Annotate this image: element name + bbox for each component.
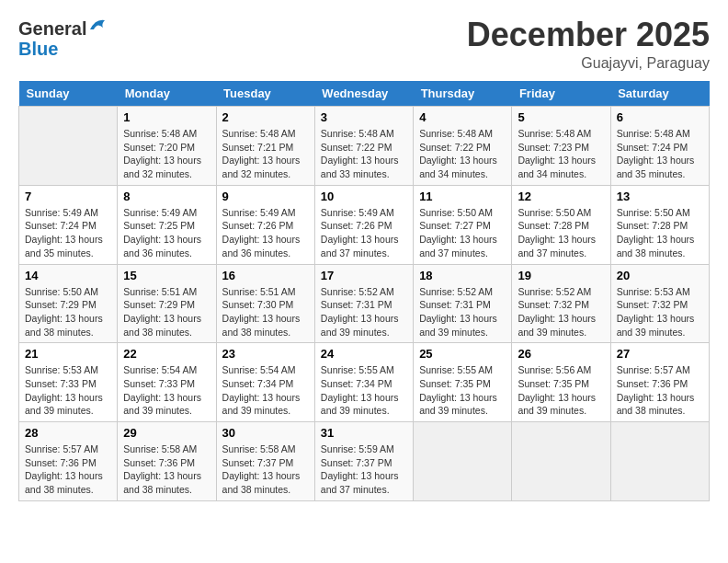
day-info: Sunrise: 5:54 AMSunset: 7:33 PMDaylight:… (123, 363, 210, 418)
day-info: Sunrise: 5:49 AMSunset: 7:26 PMDaylight:… (321, 206, 407, 260)
header-day-friday: Friday (512, 81, 610, 107)
calendar-week-2: 7 Sunrise: 5:49 AMSunset: 7:24 PMDayligh… (19, 185, 710, 264)
day-number: 11 (419, 190, 506, 203)
day-info: Sunrise: 5:48 AMSunset: 7:24 PMDaylight:… (617, 127, 703, 181)
day-info: Sunrise: 5:55 AMSunset: 7:35 PMDaylight:… (419, 363, 506, 418)
header-day-sunday: Sunday (19, 81, 118, 107)
day-number: 31 (321, 426, 407, 440)
day-info: Sunrise: 5:58 AMSunset: 7:36 PMDaylight:… (123, 442, 210, 497)
calendar-cell: 1 Sunrise: 5:48 AMSunset: 7:20 PMDayligh… (118, 107, 216, 186)
day-number: 2 (222, 110, 309, 124)
day-info: Sunrise: 5:49 AMSunset: 7:25 PMDaylight:… (123, 206, 210, 260)
day-info: Sunrise: 5:50 AMSunset: 7:29 PMDaylight:… (25, 285, 111, 339)
calendar-cell (19, 107, 118, 186)
calendar-cell: 20 Sunrise: 5:53 AMSunset: 7:32 PMDaylig… (610, 264, 709, 343)
header-day-thursday: Thursday (414, 81, 512, 107)
day-info: Sunrise: 5:58 AMSunset: 7:37 PMDaylight:… (222, 442, 309, 497)
calendar-cell: 2 Sunrise: 5:48 AMSunset: 7:21 PMDayligh… (216, 107, 314, 186)
header-day-wednesday: Wednesday (314, 81, 413, 107)
calendar-cell: 25 Sunrise: 5:55 AMSunset: 7:35 PMDaylig… (414, 343, 512, 422)
calendar-cell: 26 Sunrise: 5:56 AMSunset: 7:35 PMDaylig… (512, 343, 610, 422)
calendar-cell: 8 Sunrise: 5:49 AMSunset: 7:25 PMDayligh… (118, 185, 216, 264)
calendar-cell: 11 Sunrise: 5:50 AMSunset: 7:27 PMDaylig… (414, 185, 512, 264)
day-info: Sunrise: 5:51 AMSunset: 7:29 PMDaylight:… (123, 285, 210, 339)
day-number: 25 (419, 347, 506, 361)
day-number: 1 (123, 110, 210, 124)
day-info: Sunrise: 5:50 AMSunset: 7:28 PMDaylight:… (518, 206, 604, 260)
day-info: Sunrise: 5:54 AMSunset: 7:34 PMDaylight:… (222, 363, 309, 418)
day-info: Sunrise: 5:48 AMSunset: 7:23 PMDaylight:… (518, 127, 604, 181)
calendar-cell: 7 Sunrise: 5:49 AMSunset: 7:24 PMDayligh… (19, 185, 118, 264)
logo: General Blue (18, 18, 108, 59)
day-number: 12 (518, 190, 604, 203)
day-info: Sunrise: 5:57 AMSunset: 7:36 PMDaylight:… (617, 363, 703, 418)
day-info: Sunrise: 5:59 AMSunset: 7:37 PMDaylight:… (321, 442, 407, 497)
calendar-cell: 21 Sunrise: 5:53 AMSunset: 7:33 PMDaylig… (19, 343, 118, 422)
day-info: Sunrise: 5:50 AMSunset: 7:28 PMDaylight:… (617, 206, 703, 260)
day-number: 26 (518, 347, 604, 361)
calendar-cell: 17 Sunrise: 5:52 AMSunset: 7:31 PMDaylig… (314, 264, 413, 343)
page-header: General Blue December 2025 Guajayvi, Par… (18, 18, 710, 72)
day-info: Sunrise: 5:48 AMSunset: 7:22 PMDaylight:… (419, 127, 506, 181)
calendar-cell: 5 Sunrise: 5:48 AMSunset: 7:23 PMDayligh… (512, 107, 610, 186)
month-title: December 2025 (467, 18, 710, 52)
day-number: 9 (222, 190, 309, 203)
header-day-monday: Monday (118, 81, 216, 107)
logo-blue-text: Blue (18, 39, 108, 59)
day-number: 4 (419, 110, 506, 124)
calendar-week-5: 28 Sunrise: 5:57 AMSunset: 7:36 PMDaylig… (19, 422, 710, 501)
calendar-cell: 4 Sunrise: 5:48 AMSunset: 7:22 PMDayligh… (414, 107, 512, 186)
location-subtitle: Guajayvi, Paraguay (467, 55, 710, 72)
calendar-cell: 14 Sunrise: 5:50 AMSunset: 7:29 PMDaylig… (19, 264, 118, 343)
day-number: 3 (321, 110, 407, 124)
day-info: Sunrise: 5:49 AMSunset: 7:26 PMDaylight:… (222, 206, 309, 260)
day-info: Sunrise: 5:52 AMSunset: 7:32 PMDaylight:… (518, 285, 604, 339)
day-info: Sunrise: 5:50 AMSunset: 7:27 PMDaylight:… (419, 206, 506, 260)
calendar-cell: 29 Sunrise: 5:58 AMSunset: 7:36 PMDaylig… (118, 422, 216, 501)
day-number: 21 (25, 347, 111, 361)
calendar-cell: 15 Sunrise: 5:51 AMSunset: 7:29 PMDaylig… (118, 264, 216, 343)
calendar-header-row: SundayMondayTuesdayWednesdayThursdayFrid… (19, 81, 710, 107)
day-number: 28 (25, 426, 111, 440)
day-info: Sunrise: 5:48 AMSunset: 7:22 PMDaylight:… (321, 127, 407, 181)
day-number: 17 (321, 269, 407, 282)
day-info: Sunrise: 5:51 AMSunset: 7:30 PMDaylight:… (222, 285, 309, 339)
day-number: 27 (617, 347, 703, 361)
day-number: 8 (123, 190, 210, 203)
calendar-week-1: 1 Sunrise: 5:48 AMSunset: 7:20 PMDayligh… (19, 107, 710, 186)
day-number: 20 (617, 269, 703, 282)
calendar-table: SundayMondayTuesdayWednesdayThursdayFrid… (18, 81, 710, 501)
calendar-cell: 24 Sunrise: 5:55 AMSunset: 7:34 PMDaylig… (314, 343, 413, 422)
day-info: Sunrise: 5:55 AMSunset: 7:34 PMDaylight:… (321, 363, 407, 418)
day-info: Sunrise: 5:48 AMSunset: 7:21 PMDaylight:… (222, 127, 309, 181)
day-number: 22 (123, 347, 210, 361)
calendar-cell: 23 Sunrise: 5:54 AMSunset: 7:34 PMDaylig… (216, 343, 314, 422)
day-info: Sunrise: 5:52 AMSunset: 7:31 PMDaylight:… (321, 285, 407, 339)
day-number: 30 (222, 426, 309, 440)
logo-bird-icon (88, 17, 108, 35)
header-day-saturday: Saturday (610, 81, 709, 107)
day-info: Sunrise: 5:56 AMSunset: 7:35 PMDaylight:… (518, 363, 604, 418)
calendar-cell: 12 Sunrise: 5:50 AMSunset: 7:28 PMDaylig… (512, 185, 610, 264)
calendar-cell (610, 422, 709, 501)
day-number: 5 (518, 110, 604, 124)
calendar-cell (414, 422, 512, 501)
day-number: 18 (419, 269, 506, 282)
day-info: Sunrise: 5:49 AMSunset: 7:24 PMDaylight:… (25, 206, 111, 260)
calendar-cell (512, 422, 610, 501)
calendar-cell: 30 Sunrise: 5:58 AMSunset: 7:37 PMDaylig… (216, 422, 314, 501)
day-number: 15 (123, 269, 210, 282)
calendar-cell: 6 Sunrise: 5:48 AMSunset: 7:24 PMDayligh… (610, 107, 709, 186)
logo-general-text: General (18, 18, 86, 39)
calendar-cell: 22 Sunrise: 5:54 AMSunset: 7:33 PMDaylig… (118, 343, 216, 422)
calendar-week-3: 14 Sunrise: 5:50 AMSunset: 7:29 PMDaylig… (19, 264, 710, 343)
day-number: 14 (25, 269, 111, 282)
day-number: 29 (123, 426, 210, 440)
calendar-cell: 18 Sunrise: 5:52 AMSunset: 7:31 PMDaylig… (414, 264, 512, 343)
header-day-tuesday: Tuesday (216, 81, 314, 107)
day-number: 7 (25, 190, 111, 203)
day-number: 23 (222, 347, 309, 361)
calendar-cell: 28 Sunrise: 5:57 AMSunset: 7:36 PMDaylig… (19, 422, 118, 501)
day-info: Sunrise: 5:48 AMSunset: 7:20 PMDaylight:… (123, 127, 210, 181)
title-block: December 2025 Guajayvi, Paraguay (467, 18, 710, 72)
